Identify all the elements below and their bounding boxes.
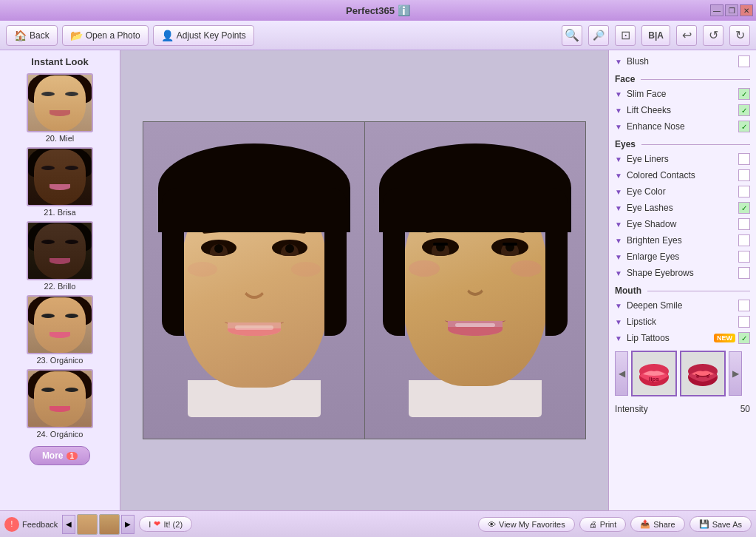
eye-liners-check[interactable] xyxy=(738,153,750,165)
undo2-button[interactable]: ↺ xyxy=(703,25,723,46)
after-photo xyxy=(364,121,586,439)
redo-button[interactable]: ↻ xyxy=(729,25,750,46)
colored-contacts-arrow[interactable]: ▼ xyxy=(615,172,624,180)
lift-cheeks-row: ▼ Lift Cheeks ✓ xyxy=(615,102,750,118)
sidebar-thumb-24 xyxy=(27,369,93,428)
eye-color-arrow[interactable]: ▼ xyxy=(615,188,624,196)
slim-face-arrow[interactable]: ▼ xyxy=(615,90,624,98)
thumb-after[interactable] xyxy=(99,514,120,535)
eye-lashes-row: ▼ Eye Lashes ✓ xyxy=(615,200,750,216)
intensity-row: Intensity 50 xyxy=(615,401,750,417)
lip-tattoos-arrow[interactable]: ▼ xyxy=(615,334,624,342)
lipstick-arrow[interactable]: ▼ xyxy=(615,318,624,326)
zoom-in-button[interactable]: 🔍 xyxy=(562,25,582,46)
blush-label: Blush xyxy=(627,56,735,67)
thumb-prev-button[interactable]: ◀ xyxy=(62,515,75,534)
lip-svg-2 xyxy=(684,355,721,392)
enhance-nose-arrow[interactable]: ▼ xyxy=(615,123,624,131)
lip-thumb-2[interactable] xyxy=(680,351,726,396)
enlarge-eyes-arrow[interactable]: ▼ xyxy=(615,253,624,261)
deepen-smile-check[interactable] xyxy=(738,300,750,311)
more-badge: 1 xyxy=(67,452,78,460)
minimize-button[interactable]: — xyxy=(710,4,723,16)
mouth-section-header: Mouth xyxy=(615,286,750,296)
brighten-eyes-check[interactable] xyxy=(738,234,750,246)
toolbar: 🏠 Back 📂 Open a Photo 👤 Adjust Key Point… xyxy=(0,21,756,50)
eye-lashes-check[interactable]: ✓ xyxy=(738,202,750,214)
view-favorites-button[interactable]: 👁 View My Favorites xyxy=(478,517,575,532)
shape-eyebrows-check[interactable] xyxy=(738,267,750,279)
colored-contacts-row: ▼ Colored Contacts xyxy=(615,167,750,183)
feedback-label: Feedback xyxy=(22,520,58,529)
enlarge-eyes-check[interactable] xyxy=(738,251,750,263)
blush-row: ▼ Blush xyxy=(615,53,750,70)
deepen-smile-row: ▼ Deepen Smile xyxy=(615,297,750,314)
deepen-smile-arrow[interactable]: ▼ xyxy=(615,302,624,310)
more-button[interactable]: More 1 xyxy=(30,446,90,465)
colored-contacts-check[interactable] xyxy=(738,169,750,181)
new-badge: NEW xyxy=(714,334,735,342)
lipstick-check[interactable] xyxy=(738,316,750,328)
before-photo xyxy=(143,121,364,439)
lip-prev-button[interactable]: ◀ xyxy=(615,351,628,396)
more-label: More xyxy=(42,450,64,461)
feedback-button[interactable]: ! Feedback xyxy=(4,517,58,532)
lip-tattoos-check[interactable]: ✓ xyxy=(738,332,750,344)
blush-check[interactable] xyxy=(738,55,750,67)
print-button[interactable]: 🖨 Print xyxy=(579,517,627,532)
heart-icon: ❤ xyxy=(154,519,160,529)
lift-cheeks-check[interactable]: ✓ xyxy=(738,104,750,116)
sidebar-item-21[interactable]: 21. Brisa xyxy=(3,147,117,217)
sidebar-item-22[interactable]: 22. Brillo xyxy=(3,221,117,291)
lift-cheeks-arrow[interactable]: ▼ xyxy=(615,107,624,115)
eye-shadow-check[interactable] xyxy=(738,218,750,230)
mouth-section-label: Mouth xyxy=(615,286,641,296)
fit-button[interactable]: ⊡ xyxy=(615,25,636,46)
adjust-key-points-button[interactable]: 👤 Adjust Key Points xyxy=(153,25,254,46)
sidebar-item-24[interactable]: 24. Orgánico xyxy=(3,369,117,439)
blush-arrow[interactable]: ▼ xyxy=(615,58,624,66)
eyes-section-line xyxy=(641,144,750,145)
svg-point-5 xyxy=(696,375,699,378)
deepen-smile-label: Deepen Smile xyxy=(627,300,735,311)
it-label: It! (2) xyxy=(163,520,183,529)
bia-button[interactable]: B|A xyxy=(641,25,670,46)
slim-face-check[interactable]: ✓ xyxy=(738,88,750,100)
lip-next-button[interactable]: ▶ xyxy=(729,351,742,396)
eyes-section-header: Eyes xyxy=(615,139,750,149)
sidebar-thumb-21 xyxy=(27,147,93,206)
share-button[interactable]: 📤 Share xyxy=(630,516,684,532)
eye-shadow-arrow[interactable]: ▼ xyxy=(615,220,624,229)
sidebar-item-20[interactable]: 20. Miel xyxy=(3,73,117,143)
enhance-nose-check[interactable]: ✓ xyxy=(738,121,750,132)
open-photo-button[interactable]: 📂 Open a Photo xyxy=(62,25,149,46)
eye-liners-arrow[interactable]: ▼ xyxy=(615,155,624,163)
face-section-header: Face xyxy=(615,74,750,84)
open-icon: 📂 xyxy=(70,30,83,41)
zoom-out-button[interactable]: 🔎 xyxy=(588,25,609,46)
lip-thumb-1[interactable]: lips xyxy=(631,351,677,396)
close-button[interactable]: ✕ xyxy=(740,4,753,16)
thumb-before[interactable] xyxy=(77,514,98,535)
enhance-nose-label: Enhance Nose xyxy=(627,121,735,132)
restore-button[interactable]: ❐ xyxy=(725,4,738,16)
eye-lashes-arrow[interactable]: ▼ xyxy=(615,204,624,212)
lip-tattoos-label: Lip Tattoos xyxy=(627,333,711,343)
save-as-button[interactable]: 💾 Save As xyxy=(689,516,752,532)
thumb-next-button[interactable]: ▶ xyxy=(121,515,134,534)
back-button[interactable]: 🏠 Back xyxy=(6,25,58,46)
lipstick-row: ▼ Lipstick xyxy=(615,314,750,330)
sidebar-item-23[interactable]: 23. Orgánico xyxy=(3,295,117,365)
shape-eyebrows-arrow[interactable]: ▼ xyxy=(615,269,624,277)
sidebar: Instant Look 20. Miel xyxy=(0,50,120,510)
brighten-eyes-arrow[interactable]: ▼ xyxy=(615,237,624,245)
info-icon[interactable]: ℹ️ xyxy=(398,4,410,16)
sidebar-label-24: 24. Orgánico xyxy=(37,430,84,439)
print-label: Print xyxy=(600,520,617,529)
i-love-it-button[interactable]: I ❤ It! (2) xyxy=(139,516,192,532)
window-controls: — ❐ ✕ xyxy=(710,4,753,16)
eye-color-check[interactable] xyxy=(738,186,750,197)
undo-button[interactable]: ↩ xyxy=(676,25,697,46)
lift-cheeks-label: Lift Cheeks xyxy=(627,105,735,115)
face-section-line xyxy=(641,79,750,80)
